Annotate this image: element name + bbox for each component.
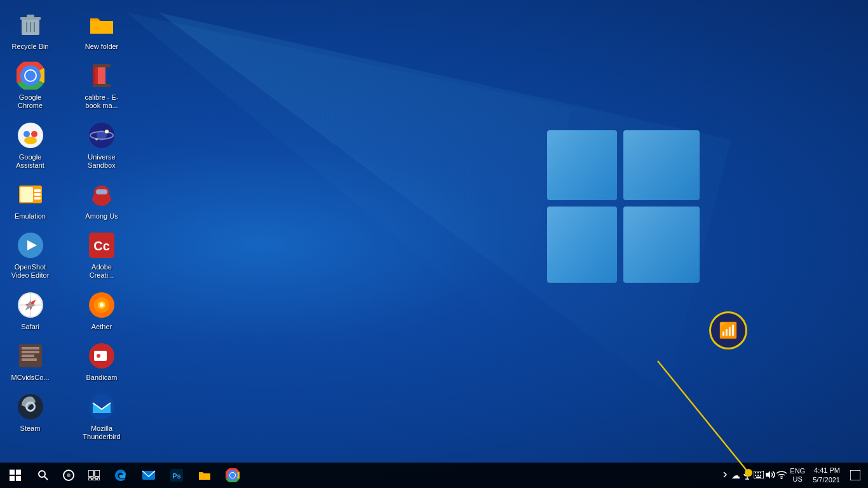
notification-button[interactable]: [845, 463, 865, 488]
taskbar-clock[interactable]: 4:41 PM 5/7/2021: [808, 466, 845, 485]
svg-rect-0: [547, 130, 617, 200]
tray-volume-icon[interactable]: [764, 470, 776, 481]
bandicam-icon[interactable]: Bandicam: [78, 337, 126, 385]
svg-point-54: [105, 197, 111, 202]
svg-point-50: [95, 138, 98, 140]
taskbar-search-button[interactable]: [31, 463, 56, 488]
svg-rect-1: [623, 130, 700, 200]
svg-line-74: [44, 477, 48, 480]
svg-rect-85: [199, 473, 210, 480]
svg-point-76: [67, 473, 71, 477]
svg-text:Ps: Ps: [172, 472, 180, 480]
google-assistant-icon[interactable]: Google Assistant: [6, 117, 54, 173]
desktop-icons: Recycle Bin Google Chrome: [6, 6, 146, 464]
wifi-highlight-circle: 📶: [709, 311, 747, 349]
svg-rect-43: [98, 64, 105, 87]
svg-marker-100: [766, 471, 770, 478]
svg-point-16: [24, 131, 30, 137]
svg-rect-98: [760, 475, 761, 476]
svg-rect-35: [22, 355, 34, 357]
svg-rect-7: [20, 17, 41, 20]
taskbar-chrome-button[interactable]: [219, 463, 247, 488]
start-button[interactable]: [0, 463, 31, 488]
svg-rect-34: [22, 351, 39, 353]
thunderbird-label: Mozilla Thunderbird: [81, 424, 123, 441]
tray-mic-icon[interactable]: [742, 470, 753, 482]
google-chrome-icon[interactable]: Google Chrome: [6, 57, 54, 113]
svg-rect-36: [22, 358, 37, 361]
svg-marker-5: [127, 13, 572, 330]
svg-rect-97: [757, 475, 759, 476]
tray-wifi-icon[interactable]: [776, 470, 787, 481]
taskbar-mail-button[interactable]: [135, 463, 163, 488]
recycle-bin-icon[interactable]: Recycle Bin: [6, 6, 54, 54]
universe-sandbox-icon[interactable]: Universe Sandbox: [78, 117, 126, 173]
steam-icon[interactable]: Steam: [6, 388, 54, 436]
taskbar-edge-button[interactable]: [107, 463, 135, 488]
svg-rect-70: [16, 470, 21, 475]
svg-point-88: [230, 473, 235, 478]
adobe-creative-icon[interactable]: Cc Adobe Creati...: [78, 227, 126, 283]
openshot-label: OpenShot Video Editor: [10, 263, 51, 280]
task-view-button[interactable]: [81, 463, 107, 488]
taskbar-file-explorer-button[interactable]: [191, 463, 219, 488]
tray-chevron[interactable]: [720, 471, 730, 480]
svg-rect-79: [88, 478, 92, 480]
svg-rect-45: [93, 84, 111, 87]
emulation-icon[interactable]: Emulation: [6, 176, 54, 224]
svg-rect-80: [93, 478, 96, 480]
svg-text:Cc: Cc: [93, 239, 110, 253]
adobe-creative-label: Adobe Creati...: [81, 263, 123, 280]
tray-language[interactable]: ENG US: [787, 467, 808, 484]
svg-rect-77: [88, 470, 93, 477]
aether-icon[interactable]: Aether: [78, 287, 126, 334]
tray-cloud-icon[interactable]: ☁: [730, 470, 742, 480]
universe-sandbox-label: Universe Sandbox: [81, 153, 123, 170]
svg-rect-78: [95, 470, 100, 477]
new-folder-icon[interactable]: New folder: [78, 6, 126, 54]
taskbar: Ps: [0, 463, 868, 488]
svg-rect-81: [97, 478, 100, 480]
openshot-icon[interactable]: OpenShot Video Editor: [6, 227, 54, 283]
wifi-icon: 📶: [719, 322, 738, 339]
svg-rect-44: [93, 64, 111, 67]
cortana-button[interactable]: [56, 463, 81, 488]
calibre-icon[interactable]: calibre - E-book ma...: [78, 57, 126, 113]
taskbar-time: 4:41 PM: [813, 466, 840, 475]
tray-lang-text: ENG US: [790, 467, 805, 484]
taskbar-photoshop-button[interactable]: Ps: [163, 463, 191, 488]
svg-rect-3: [623, 207, 700, 283]
svg-point-18: [24, 137, 37, 144]
safari-label: Safari: [21, 323, 39, 331]
svg-rect-89: [745, 470, 749, 475]
safari-icon[interactable]: Safari: [6, 287, 54, 334]
svg-point-101: [781, 477, 783, 479]
google-assistant-label: Google Assistant: [10, 153, 51, 170]
google-chrome-label: Google Chrome: [10, 93, 51, 110]
svg-point-55: [92, 197, 98, 202]
svg-rect-96: [755, 475, 756, 476]
taskbar-date: 5/7/2021: [813, 475, 840, 485]
windows-logo: [544, 127, 703, 286]
steam-label: Steam: [20, 424, 41, 433]
svg-rect-102: [850, 470, 860, 480]
svg-point-17: [31, 131, 37, 137]
among-us-icon[interactable]: Among Us: [78, 176, 126, 224]
new-folder-label: New folder: [85, 43, 119, 51]
svg-rect-95: [760, 472, 761, 473]
svg-point-73: [39, 471, 45, 477]
svg-rect-72: [16, 476, 21, 481]
svg-rect-2: [547, 207, 617, 283]
svg-rect-8: [27, 15, 34, 17]
svg-rect-71: [10, 476, 15, 481]
svg-point-49: [105, 130, 109, 133]
svg-rect-20: [20, 187, 33, 202]
mcvidsCo-label: MCvidsCo...: [11, 374, 50, 382]
svg-rect-94: [757, 472, 759, 473]
tray-keyboard-icon[interactable]: [753, 471, 764, 480]
svg-point-14: [25, 71, 36, 81]
mcvidsCo-icon[interactable]: MCvidsCo...: [6, 337, 54, 385]
recycle-bin-label: Recycle Bin: [11, 43, 48, 51]
calibre-label: calibre - E-book ma...: [81, 93, 123, 110]
thunderbird-icon[interactable]: Mozilla Thunderbird: [78, 388, 126, 444]
